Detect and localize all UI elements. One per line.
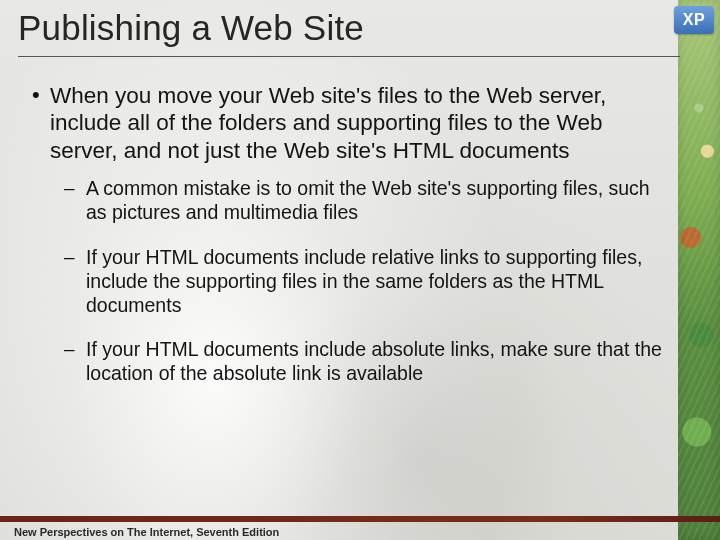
list-item: If your HTML documents include relative …: [62, 245, 664, 318]
title-underline: [18, 56, 680, 57]
bullet-list-level1: When you move your Web site's files to t…: [28, 82, 664, 386]
footer-text: New Perspectives on The Internet, Sevent…: [14, 526, 279, 538]
title-area: Publishing a Web Site: [18, 8, 678, 57]
list-item: When you move your Web site's files to t…: [28, 82, 664, 386]
decorative-side-strip: [678, 0, 720, 540]
slide: XP Publishing a Web Site When you move y…: [0, 0, 720, 540]
slide-title: Publishing a Web Site: [18, 8, 678, 54]
list-item: If your HTML documents include absolute …: [62, 337, 664, 385]
bullet-text: When you move your Web site's files to t…: [50, 83, 606, 163]
footer-bar: [0, 516, 720, 522]
bullet-list-level2: A common mistake is to omit the Web site…: [50, 176, 664, 385]
bullet-text: A common mistake is to omit the Web site…: [86, 177, 650, 223]
xp-badge: XP: [674, 6, 714, 34]
bullet-text: If your HTML documents include absolute …: [86, 338, 662, 384]
bullet-text: If your HTML documents include relative …: [86, 246, 642, 316]
body-text: When you move your Web site's files to t…: [28, 82, 664, 406]
list-item: A common mistake is to omit the Web site…: [62, 176, 664, 224]
